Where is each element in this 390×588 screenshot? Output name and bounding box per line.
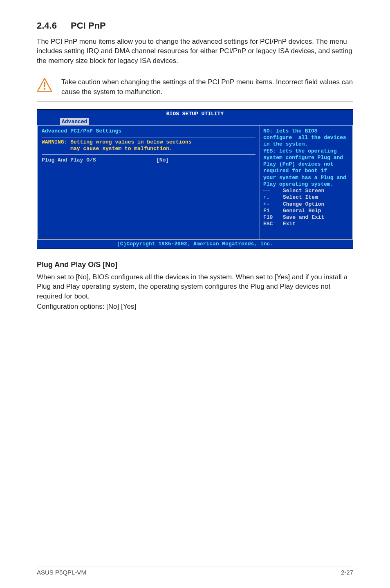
bios-key: +- xyxy=(263,201,283,208)
bios-key: ↑↓ xyxy=(263,194,283,201)
intro-paragraph: The PCI PnP menu items allow you to chan… xyxy=(37,37,353,65)
bios-key: ESC xyxy=(263,221,283,227)
footer-left: ASUS P5QPL-VM xyxy=(37,569,86,576)
bios-key-hints: ←→Select Screen ↑↓Select Item +-Change O… xyxy=(263,188,349,228)
svg-point-2 xyxy=(44,88,46,90)
bios-title: BIOS SETUP UTILITY xyxy=(37,110,353,118)
bios-key-row: F1General Help xyxy=(263,208,349,214)
bios-tabs: Advanced xyxy=(37,118,353,125)
bios-tab-advanced: Advanced xyxy=(60,118,89,125)
bios-warning-text: WARNING: Setting wrong values in below s… xyxy=(42,139,256,153)
bios-setting-value: [No] xyxy=(156,157,169,164)
bios-left-pane: Advanced PCI/PnP Settings WARNING: Setti… xyxy=(37,125,260,240)
bios-key-desc: Change Option xyxy=(283,201,324,208)
divider xyxy=(37,101,353,102)
footer-right: 2-27 xyxy=(341,569,353,576)
bios-key-desc: Select Item xyxy=(283,194,318,201)
caution-icon xyxy=(37,77,52,94)
bios-key-desc: General Help xyxy=(283,208,321,214)
bios-key: ←→ xyxy=(263,188,283,194)
section-title: PCI PnP xyxy=(71,20,106,31)
bios-screenshot: BIOS SETUP UTILITY Advanced Advanced PCI… xyxy=(37,109,353,249)
bios-left-heading: Advanced PCI/PnP Settings xyxy=(42,128,256,136)
bios-key-desc: Select Screen xyxy=(283,188,324,194)
bios-warning-box: WARNING: Setting wrong values in below s… xyxy=(42,137,256,155)
section-heading: 2.4.6 PCI PnP xyxy=(37,20,353,31)
caution-callout: Take caution when changing the settings … xyxy=(37,73,353,101)
bios-footer: (C)Copyright 1985-2002, American Megatre… xyxy=(37,240,353,249)
subsection-paragraph: When set to [No], BIOS configures all th… xyxy=(37,272,353,301)
bios-key-row: ESCExit xyxy=(263,221,349,227)
svg-rect-1 xyxy=(44,82,45,87)
section-number: 2.4.6 xyxy=(37,20,57,31)
bios-key-row: +-Change Option xyxy=(263,201,349,208)
bios-key-desc: Exit xyxy=(283,221,296,227)
config-options: Configuration options: [No] [Yes] xyxy=(37,302,353,311)
page-footer: ASUS P5QPL-VM 2-27 xyxy=(37,566,353,576)
subsection-heading: Plug And Play O/S [No] xyxy=(37,260,353,269)
bios-setting-label: Plug And Play O/S xyxy=(42,157,156,164)
bios-key-row: ←→Select Screen xyxy=(263,188,349,194)
bios-setting-row: Plug And Play O/S [No] xyxy=(42,157,256,164)
bios-key: F1 xyxy=(263,208,283,214)
bios-right-pane: NO: lets the BIOS configure all the devi… xyxy=(260,125,353,240)
bios-body: Advanced PCI/PnP Settings WARNING: Setti… xyxy=(37,125,353,240)
bios-key-row: ↑↓Select Item xyxy=(263,194,349,201)
bios-key-desc: Save and Exit xyxy=(283,214,324,221)
bios-key: F10 xyxy=(263,214,283,221)
bios-help-text: NO: lets the BIOS configure all the devi… xyxy=(263,128,349,188)
caution-text: Take caution when changing the settings … xyxy=(61,77,353,97)
bios-title-bar: BIOS SETUP UTILITY Advanced xyxy=(37,110,353,125)
bios-key-row: F10Save and Exit xyxy=(263,214,349,221)
